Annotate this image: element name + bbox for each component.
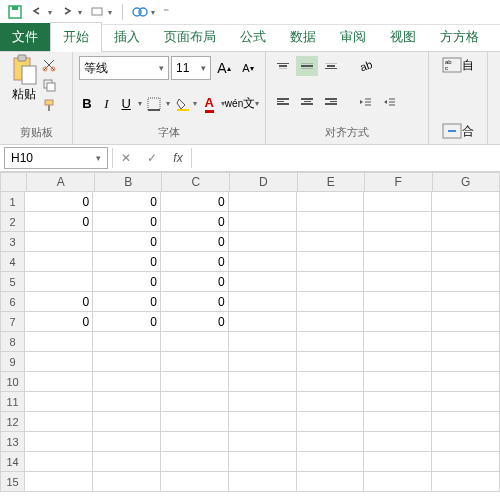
name-box[interactable]: H10▾ [4,147,108,169]
cell-D6[interactable] [229,292,297,312]
cell-B13[interactable] [93,432,161,452]
row-header-3[interactable]: 3 [0,232,25,252]
tab-addins[interactable]: 方方格 [428,23,491,51]
row-header-15[interactable]: 15 [0,472,25,492]
column-header-C[interactable]: C [162,172,230,192]
cell-F13[interactable] [364,432,432,452]
cell-C3[interactable]: 0 [161,232,229,252]
row-header-13[interactable]: 13 [0,432,25,452]
cell-B14[interactable] [93,452,161,472]
formula-input[interactable] [191,148,500,168]
cell-F6[interactable] [364,292,432,312]
tab-data[interactable]: 数据 [278,23,328,51]
cell-D9[interactable] [229,352,297,372]
cell-G15[interactable] [432,472,500,492]
column-header-F[interactable]: F [365,172,433,192]
cell-B3[interactable]: 0 [93,232,161,252]
cell-E8[interactable] [297,332,365,352]
cell-C10[interactable] [161,372,229,392]
cell-G10[interactable] [432,372,500,392]
cell-F2[interactable] [364,212,432,232]
tab-home[interactable]: 开始 [50,22,102,52]
cell-G3[interactable] [432,232,500,252]
align-center-icon[interactable] [296,92,318,112]
cell-D11[interactable] [229,392,297,412]
cell-B1[interactable]: 0 [93,192,161,212]
cell-F3[interactable] [364,232,432,252]
underline-button[interactable]: U [118,93,134,115]
row-header-11[interactable]: 11 [0,392,25,412]
cell-C1[interactable]: 0 [161,192,229,212]
cell-F12[interactable] [364,412,432,432]
cell-C15[interactable] [161,472,229,492]
cell-D1[interactable] [229,192,297,212]
redo-dropdown-icon[interactable]: ▾ [78,8,82,17]
row-header-8[interactable]: 8 [0,332,25,352]
cell-C9[interactable] [161,352,229,372]
cell-E6[interactable] [297,292,365,312]
tab-view[interactable]: 视图 [378,23,428,51]
save-icon[interactable] [6,3,24,21]
cell-B8[interactable] [93,332,161,352]
cell-A14[interactable] [25,452,93,472]
cell-F11[interactable] [364,392,432,412]
cell-A3[interactable] [25,232,93,252]
tab-insert[interactable]: 插入 [102,23,152,51]
cell-G5[interactable] [432,272,500,292]
cell-A8[interactable] [25,332,93,352]
cell-A11[interactable] [25,392,93,412]
orientation-icon[interactable]: ab [354,56,376,76]
cell-A10[interactable] [25,372,93,392]
tab-review[interactable]: 审阅 [328,23,378,51]
customize-icon[interactable] [88,3,106,21]
customize-dropdown-icon[interactable]: ▾ [108,8,112,17]
cell-G8[interactable] [432,332,500,352]
cell-B15[interactable] [93,472,161,492]
row-header-4[interactable]: 4 [0,252,25,272]
column-header-D[interactable]: D [230,172,298,192]
cell-C13[interactable] [161,432,229,452]
cell-C7[interactable]: 0 [161,312,229,332]
undo-icon[interactable] [28,3,46,21]
cell-G12[interactable] [432,412,500,432]
tab-file[interactable]: 文件 [0,23,50,51]
cell-E4[interactable] [297,252,365,272]
cell-G14[interactable] [432,452,500,472]
cell-D3[interactable] [229,232,297,252]
align-top-icon[interactable] [272,56,294,76]
row-header-5[interactable]: 5 [0,272,25,292]
cell-D4[interactable] [229,252,297,272]
undo-dropdown-icon[interactable]: ▾ [48,8,52,17]
cell-F7[interactable] [364,312,432,332]
cell-F5[interactable] [364,272,432,292]
italic-button[interactable]: I [99,93,115,115]
cell-E5[interactable] [297,272,365,292]
select-all-corner[interactable] [0,172,27,192]
cell-D13[interactable] [229,432,297,452]
fill-color-icon[interactable] [174,93,190,115]
cell-F10[interactable] [364,372,432,392]
cell-A9[interactable] [25,352,93,372]
column-header-B[interactable]: B [95,172,163,192]
cell-C14[interactable] [161,452,229,472]
cell-A15[interactable] [25,472,93,492]
fx-icon[interactable]: fx [165,148,191,168]
align-bottom-icon[interactable] [320,56,342,76]
touch-mode-icon[interactable] [131,3,149,21]
cell-C8[interactable] [161,332,229,352]
cell-C2[interactable]: 0 [161,212,229,232]
cell-G2[interactable] [432,212,500,232]
cell-G7[interactable] [432,312,500,332]
cell-A6[interactable]: 0 [25,292,93,312]
qat-overflow-icon[interactable]: ⁼ [163,5,169,19]
row-header-7[interactable]: 7 [0,312,25,332]
decrease-font-icon[interactable]: A▾ [237,57,259,79]
cell-B9[interactable] [93,352,161,372]
cell-F4[interactable] [364,252,432,272]
cell-B4[interactable]: 0 [93,252,161,272]
cell-F15[interactable] [364,472,432,492]
paste-button[interactable]: 粘贴 [6,54,42,103]
cell-E11[interactable] [297,392,365,412]
cell-B7[interactable]: 0 [93,312,161,332]
row-header-2[interactable]: 2 [0,212,25,232]
